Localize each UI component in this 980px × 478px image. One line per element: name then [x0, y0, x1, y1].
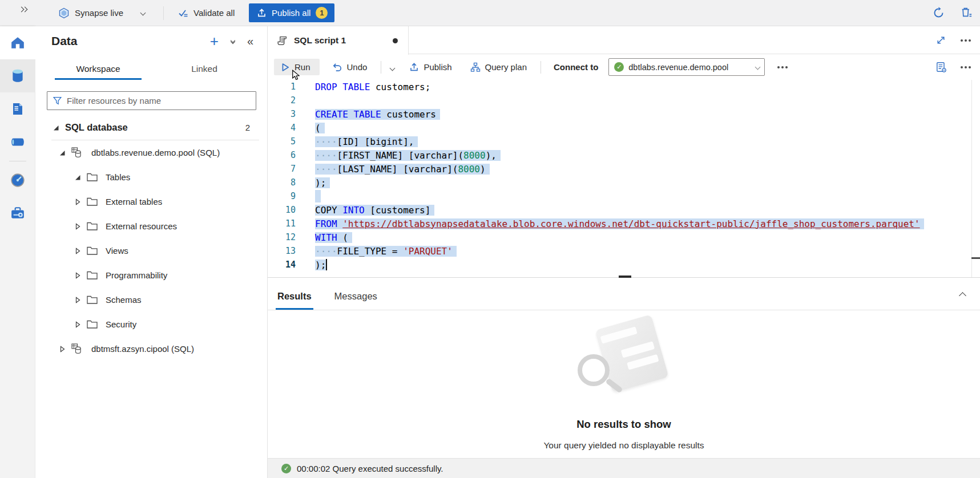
properties-icon[interactable]	[935, 62, 947, 73]
query-status-bar: ✓ 00:00:02 Query executed successfully.	[268, 458, 980, 478]
nav-manage[interactable]	[0, 197, 35, 230]
sql-pool-icon	[71, 147, 83, 159]
tree-item[interactable]: SQL database2	[35, 115, 267, 140]
publish-all-button[interactable]: Publish all 1	[249, 3, 334, 22]
code-token: COPY	[315, 205, 342, 216]
nav-home[interactable]	[0, 26, 35, 59]
tree-item[interactable]: dbtlabs.revenue.demo.pool (SQL)	[35, 140, 267, 165]
line-number: 8	[268, 177, 296, 188]
nav-integrate[interactable]	[0, 125, 35, 159]
expand-editor-icon[interactable]	[936, 35, 946, 45]
code-line[interactable]: 14);	[268, 258, 980, 272]
editor-scrollbar[interactable]	[971, 80, 972, 277]
tree-item-label: Tables	[106, 172, 130, 182]
code-line[interactable]: 9	[268, 189, 980, 203]
success-icon: ✓	[281, 464, 291, 473]
code-line[interactable]: 3CREATE TABLE customers	[268, 107, 980, 121]
tab-linked[interactable]: Linked	[176, 60, 233, 80]
tree-expanded-icon[interactable]	[59, 149, 66, 156]
tree-item[interactable]: External tables	[35, 189, 267, 214]
tree-expanded-icon[interactable]	[74, 174, 81, 181]
code-token: [ID] [bigint],	[337, 136, 414, 147]
run-options-chevron[interactable]	[388, 60, 397, 75]
code-line[interactable]: 10COPY INTO [customers]	[268, 203, 980, 217]
database-icon	[10, 68, 25, 83]
sql-code-editor[interactable]: 1DROP TABLE customers;23CREATE TABLE cus…	[268, 80, 980, 277]
validate-all-button[interactable]: Validate all	[172, 0, 240, 26]
mode-selector[interactable]: Synapse live	[54, 0, 150, 26]
tree-item[interactable]: Tables	[35, 165, 267, 189]
tree-expanded-icon[interactable]	[53, 124, 59, 131]
trash-icon	[960, 6, 973, 19]
add-resource-icon[interactable]: +	[210, 35, 219, 47]
code-line[interactable]: 2	[268, 94, 980, 107]
tree-collapsed-icon[interactable]	[74, 199, 81, 205]
code-line[interactable]: 1DROP TABLE customers;	[268, 80, 980, 94]
tab-messages[interactable]: Messages	[333, 291, 379, 310]
line-number: 1	[268, 82, 296, 92]
code-line[interactable]: 11FROM 'https://dbtlabsynapsedatalake.bl…	[268, 217, 980, 230]
collapse-all-icon[interactable]	[231, 39, 235, 43]
query-plan-button[interactable]: Query plan	[466, 59, 531, 75]
more-options-icon[interactable]	[777, 66, 780, 68]
tree-item-label: Security	[106, 319, 136, 329]
code-line[interactable]: 13····FILE_TYPE = 'PARQUET'	[268, 244, 980, 258]
sidebar-header: Data + «	[51, 34, 253, 48]
tree-collapsed-icon[interactable]	[59, 346, 66, 353]
tree-collapsed-icon[interactable]	[74, 321, 81, 328]
code-line[interactable]: 7····[LAST_NAME] [varchar](8000)	[268, 162, 980, 176]
tree-item[interactable]: External resources	[35, 214, 267, 238]
line-number: 3	[268, 109, 296, 119]
code-line[interactable]: 6····[FIRST_NAME] [varchar](8000),	[268, 148, 980, 162]
nav-develop[interactable]	[0, 92, 35, 125]
discard-changes-button[interactable]	[960, 6, 973, 21]
refresh-icon	[933, 7, 945, 19]
sidebar-title: Data	[51, 34, 78, 48]
code-token: ····	[315, 136, 337, 147]
undo-button[interactable]: Undo	[328, 59, 372, 75]
folder-icon	[87, 320, 98, 329]
publish-icon	[409, 62, 419, 72]
selection-highlight: WITH (	[315, 232, 352, 243]
tree-item[interactable]: Security	[35, 312, 267, 337]
code-line[interactable]: 8);	[268, 176, 980, 189]
sidebar-tabs: Workspace Linked	[35, 60, 267, 80]
scrollbar-thumb[interactable]	[971, 257, 980, 259]
filter-resources-input[interactable]	[67, 96, 250, 106]
nav-monitor[interactable]	[0, 164, 35, 197]
sql-script-icon	[277, 35, 288, 46]
code-line[interactable]: 12WITH (	[268, 230, 980, 244]
tree-item[interactable]: dbtmsft.azsyn.cipool (SQL)	[35, 337, 267, 361]
query-status-message: 00:00:02 Query executed successfully.	[297, 464, 443, 473]
tab-workspace[interactable]: Workspace	[55, 60, 142, 80]
nav-data[interactable]	[0, 59, 35, 92]
code-line[interactable]: 4(	[268, 121, 980, 135]
query-plan-label: Query plan	[485, 62, 527, 72]
tree-item[interactable]: Schemas	[35, 287, 267, 312]
code-token: [LAST_NAME] [varchar](	[337, 164, 458, 175]
more-options-icon[interactable]	[961, 39, 963, 42]
tree-collapsed-icon[interactable]	[74, 223, 81, 230]
collapse-results-icon[interactable]	[960, 290, 965, 301]
tab-results[interactable]: Results	[276, 291, 313, 310]
tree-collapsed-icon[interactable]	[74, 297, 81, 303]
refresh-button[interactable]	[933, 7, 945, 21]
results-panel: No results to show Your query yielded no…	[268, 311, 980, 458]
tree-item[interactable]: Programmability	[35, 263, 267, 287]
tree-collapsed-icon[interactable]	[74, 272, 81, 279]
line-number: 12	[268, 232, 296, 242]
tree-item-label: dbtmsft.azsyn.cipool (SQL)	[91, 344, 194, 354]
chevron-down-icon	[755, 64, 761, 70]
tree-item-label: Programmability	[106, 270, 167, 280]
tab-sql-script-1[interactable]: SQL script 1	[268, 26, 409, 55]
tree-item[interactable]: Views	[35, 238, 267, 263]
collapse-sidebar-icon[interactable]: «	[247, 36, 253, 46]
chevron-right-icon	[22, 7, 28, 13]
code-token: [customers]	[365, 205, 431, 216]
more-options-icon[interactable]	[961, 66, 963, 68]
publish-button[interactable]: Publish	[405, 59, 456, 75]
tree-collapsed-icon[interactable]	[74, 248, 81, 254]
connect-to-pool-dropdown[interactable]: ✓ dbtlabs.revenue.demo.pool	[608, 58, 765, 76]
code-line[interactable]: 5····[ID] [bigint],	[268, 135, 980, 148]
expand-menu-icon[interactable]	[19, 7, 27, 11]
